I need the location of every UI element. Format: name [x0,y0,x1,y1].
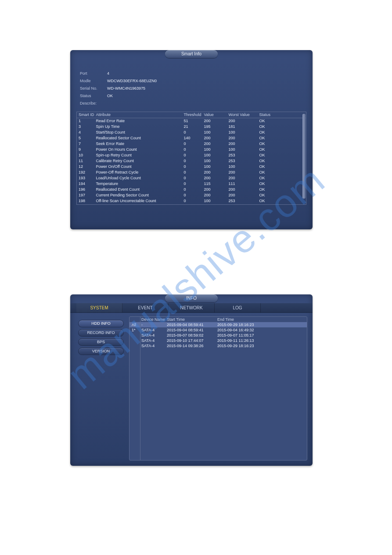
smart-row[interactable]: 9Power On Hours Count0100100OK [77,147,306,152]
col-start: Start Time [167,317,217,322]
sidebar-version[interactable]: VERSION [78,348,124,355]
label-status: Status [80,92,107,100]
value-model: WDCWD30EFRX-68EUZN0 [107,77,157,85]
info-sidebar: HDD INFORECORD INFOBPSVERSION [76,316,124,461]
tab-network[interactable]: NETWORK [169,303,215,312]
record-table: Device Name Start Time End Time -2015-09… [140,317,307,460]
smart-row[interactable]: 196Reallocated Event Count0200200OK [77,187,306,192]
value-serial: WD-WMC4N1963975 [107,85,145,92]
sidebar-bps[interactable]: BPS [78,338,124,346]
col-end: End Time [217,317,307,322]
sidebar-record-info[interactable]: RECORD INFO [78,329,124,337]
smart-row[interactable]: 198Off-line Scan Uncorrectable Count0100… [77,198,306,204]
smart-row[interactable]: 12Power On/Off Count0100100OK [77,164,306,170]
label-serial: Serial No. [80,85,107,92]
smart-title: Smart Info [165,50,218,58]
smart-row[interactable]: 199Ultra ATA CRC Error Rate0200200OK [77,204,306,205]
record-row[interactable]: SATA-42015-09-14 09:38:262015-09-29 18:1… [140,343,307,348]
label-model: Modle [80,77,107,85]
smart-info-dialog: Smart Info Port4 ModleWDCWD30EFRX-68EUZN… [70,50,313,229]
col-smart-id: Smart ID [77,112,95,118]
col-device: Device Name [140,317,167,322]
col-value: Value [203,112,228,118]
record-row[interactable]: SATA-42015-09-07 08:59:022015-09-07 11:0… [140,333,307,338]
smart-header-block: Port4 ModleWDCWD30EFRX-68EUZN0 Serial No… [70,59,313,110]
col-status: Status [259,112,306,118]
smart-table-container[interactable]: Smart ID Attribute Threshold Value Worst… [76,112,306,205]
info-dialog: INFO SYSTEMEVENTNETWORKLOG HDD INFORECOR… [70,294,313,466]
record-index[interactable]: 1* [129,327,140,333]
tab-event[interactable]: EVENT [122,303,169,312]
record-row[interactable]: SATA-42015-09-10 17:44:072015-09-11 11:2… [140,338,307,343]
info-title: INFO [165,294,218,302]
smart-row[interactable]: 1Read Error Rate51200200OK [77,118,306,124]
smart-table: Smart ID Attribute Threshold Value Worst… [77,112,306,205]
smart-row[interactable]: 197Current Pending Sector Count0200200OK [77,192,306,198]
smart-row[interactable]: 4Start/Stop Count0100100OK [77,130,306,135]
smart-row[interactable]: 5Reallocated Sector Count140200200OK [77,135,306,141]
col-worst: Worst Value [228,112,259,118]
col-attribute: Attribute [95,112,183,118]
smart-row[interactable]: 192Power-Off Retract Cycle0200200OK [77,170,306,175]
col-threshold: Threshold [183,112,203,118]
smart-row[interactable]: 10Spin-up Retry Count0100253OK [77,152,306,158]
smart-row[interactable]: 3Spin Up Time21195181OK [77,124,306,130]
scrollbar-thumb[interactable] [302,114,306,199]
record-row[interactable]: -2015-09-04 08:59:412015-09-29 18:16:23 [140,322,307,327]
record-row[interactable]: SATA-42015-09-04 08:59:412015-09-04 16:4… [140,327,307,333]
value-port: 4 [107,70,109,77]
sidebar-hdd-info[interactable]: HDD INFO [78,320,124,327]
record-index-column: All1* [129,317,140,460]
smart-row[interactable]: 11Calibrate Retry Count0100253OK [77,158,306,164]
value-status: OK [107,92,113,100]
smart-row[interactable]: 7Seek Error Rate0200200OK [77,141,306,147]
tab-log[interactable]: LOG [215,303,261,312]
label-describe: Describe: [80,100,97,107]
record-info-content: All1* Device Name Start Time End Time -2… [129,316,307,461]
record-index[interactable]: All [129,322,140,327]
label-port: Port [80,70,107,77]
info-tabbar: SYSTEMEVENTNETWORKLOG [70,303,313,313]
smart-row[interactable]: 194Temperature0115111OK [77,181,306,187]
smart-row[interactable]: 193Load/Unload Cycle Count0200200OK [77,175,306,181]
tab-system[interactable]: SYSTEM [76,303,122,312]
